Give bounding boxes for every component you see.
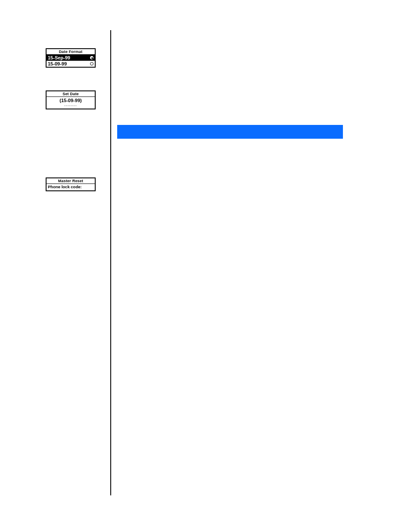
- lcd-screen-set-date: Set Date (15-09-99) --------: [46, 90, 106, 112]
- radio-unselected-icon: [90, 62, 93, 65]
- lcd-title: Set Date: [47, 91, 95, 97]
- page: Date Format 15-Sep-99 15-09-99 Set Date …: [0, 0, 411, 532]
- lcd-screen-date-format: Date Format 15-Sep-99 15-09-99: [46, 48, 106, 70]
- option-label: 15-Sep-99: [48, 55, 70, 60]
- radio-selected-icon: [90, 56, 93, 59]
- phone-lock-code-prompt: Phone lock code:: [47, 184, 95, 190]
- lcd-title: Master Reset: [47, 178, 95, 184]
- section-heading-bar: [117, 125, 343, 139]
- lcd-title: Date Format: [47, 49, 95, 55]
- option-label: 15-09-99: [48, 61, 67, 66]
- set-date-input-dashes: --------: [47, 103, 95, 109]
- lcd-screen-master-reset: Master Reset Phone lock code:: [46, 177, 106, 194]
- date-format-option[interactable]: 15-09-99: [47, 61, 95, 67]
- date-format-option-selected[interactable]: 15-Sep-99: [47, 55, 95, 61]
- vertical-divider: [110, 30, 111, 495]
- set-date-value: (15-09-99): [47, 97, 95, 103]
